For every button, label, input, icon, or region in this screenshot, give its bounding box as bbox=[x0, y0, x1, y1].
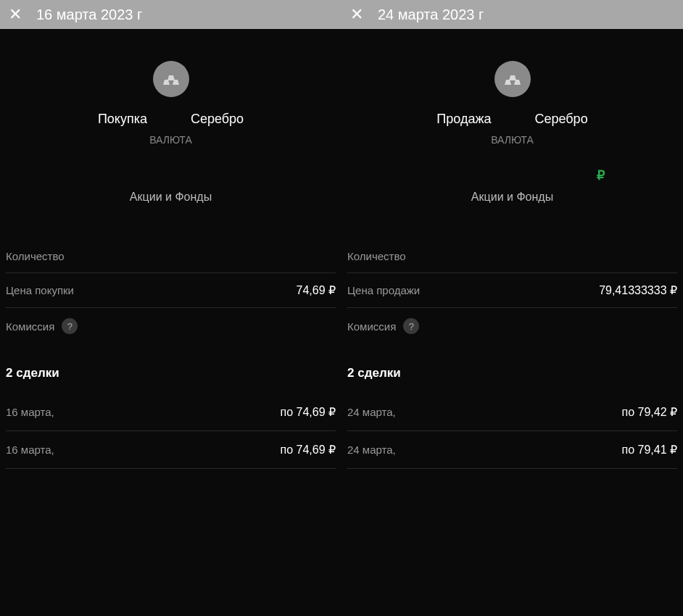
currency-label: ВАЛЮТА bbox=[347, 134, 677, 146]
right-panel: ✕ 24 марта 2023 г Продажа Серебро ВАЛЮТА… bbox=[342, 0, 683, 616]
commission-row: Комиссия ? bbox=[6, 308, 336, 344]
trade-price: по 79,41 ₽ bbox=[622, 443, 678, 457]
help-icon[interactable]: ? bbox=[62, 318, 78, 334]
quantity-label: Количество bbox=[347, 250, 406, 262]
stocks-funds-label: Акции и Фонды bbox=[347, 191, 677, 204]
trade-price: по 74,69 ₽ bbox=[281, 443, 336, 457]
bars-glyph bbox=[162, 72, 181, 86]
metal-icon bbox=[153, 61, 189, 97]
help-icon[interactable]: ? bbox=[403, 318, 419, 334]
trade-type-label: Продажа bbox=[436, 112, 491, 127]
close-icon[interactable]: ✕ bbox=[350, 7, 363, 22]
ruble-sign: ₽ bbox=[347, 167, 677, 185]
metal-name-label: Серебро bbox=[191, 112, 244, 127]
trade-type-label: Покупка bbox=[98, 112, 147, 127]
trade-date: 24 марта, bbox=[347, 406, 396, 418]
trades-count-header: 2 сделки bbox=[6, 366, 336, 380]
bars-glyph bbox=[503, 72, 522, 86]
price-row: Цена продажи 79,41333333 ₽ bbox=[347, 273, 677, 308]
commission-label: Комиссия bbox=[347, 320, 396, 333]
trade-price: по 79,42 ₽ bbox=[622, 405, 678, 419]
quantity-row: Количество bbox=[347, 240, 677, 273]
commission-row: Комиссия ? bbox=[347, 308, 677, 344]
metal-name-label: Серебро bbox=[534, 112, 587, 127]
price-row: Цена покупки 74,69 ₽ bbox=[6, 273, 336, 308]
price-label: Цена покупки bbox=[6, 284, 74, 296]
panel-content: Покупка Серебро ВАЛЮТА ₽ Акции и Фонды К… bbox=[0, 29, 342, 616]
metal-icon bbox=[494, 61, 531, 97]
header-bar: ✕ 16 марта 2023 г bbox=[0, 0, 342, 29]
left-panel: ✕ 16 марта 2023 г Покупка Серебро ВАЛЮТА… bbox=[0, 0, 342, 616]
price-value: 74,69 ₽ bbox=[297, 283, 336, 297]
stocks-funds-label: Акции и Фонды bbox=[6, 191, 336, 204]
close-icon[interactable]: ✕ bbox=[9, 7, 22, 22]
trade-info-row: Продажа Серебро bbox=[347, 112, 677, 127]
panel-content: Продажа Серебро ВАЛЮТА ₽ Акции и Фонды К… bbox=[342, 29, 683, 616]
quantity-label: Количество bbox=[6, 250, 65, 262]
header-title: 24 марта 2023 г bbox=[378, 7, 484, 23]
trade-date: 16 марта, bbox=[6, 444, 54, 456]
trade-row-item[interactable]: 24 марта, по 79,41 ₽ bbox=[347, 431, 677, 469]
icon-container bbox=[6, 61, 336, 97]
currency-label: ВАЛЮТА bbox=[6, 134, 336, 146]
icon-container bbox=[347, 61, 677, 97]
trade-price: по 74,69 ₽ bbox=[281, 405, 336, 419]
header-title: 16 марта 2023 г bbox=[36, 7, 142, 23]
trade-row-item[interactable]: 24 марта, по 79,42 ₽ bbox=[347, 394, 677, 431]
price-value: 79,41333333 ₽ bbox=[599, 283, 677, 297]
trade-info-row: Покупка Серебро bbox=[6, 112, 336, 127]
trade-row-item[interactable]: 16 марта, по 74,69 ₽ bbox=[6, 394, 336, 431]
trades-count-header: 2 сделки bbox=[347, 366, 677, 380]
trade-row-item[interactable]: 16 марта, по 74,69 ₽ bbox=[6, 431, 336, 469]
quantity-row: Количество bbox=[6, 240, 336, 273]
price-label: Цена продажи bbox=[347, 284, 420, 296]
commission-label: Комиссия bbox=[6, 320, 54, 333]
trade-date: 24 марта, bbox=[347, 444, 396, 456]
header-bar: ✕ 24 марта 2023 г bbox=[342, 0, 683, 29]
trade-date: 16 марта, bbox=[6, 406, 54, 418]
